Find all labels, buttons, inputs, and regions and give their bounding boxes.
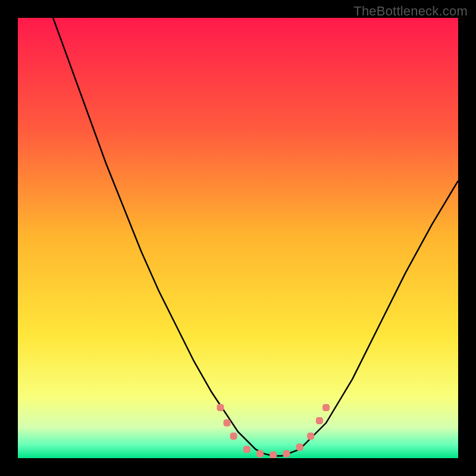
- chart-marker: [243, 446, 250, 453]
- chart-marker: [316, 417, 323, 424]
- chart-marker: [217, 404, 224, 411]
- chart-marker: [296, 444, 303, 451]
- chart-marker: [270, 452, 277, 458]
- chart-marker: [224, 419, 231, 427]
- chart-marker: [307, 433, 314, 440]
- chart-marker: [283, 450, 290, 458]
- chart-svg: [18, 18, 458, 458]
- chart-background-gradient: [18, 18, 458, 458]
- chart-plot-area: [18, 18, 458, 458]
- chart-marker: [322, 404, 330, 411]
- chart-marker: [230, 433, 237, 440]
- chart-frame: TheBottleneck.com: [0, 0, 476, 476]
- attribution-text: TheBottleneck.com: [353, 4, 468, 19]
- chart-marker: [256, 450, 264, 458]
